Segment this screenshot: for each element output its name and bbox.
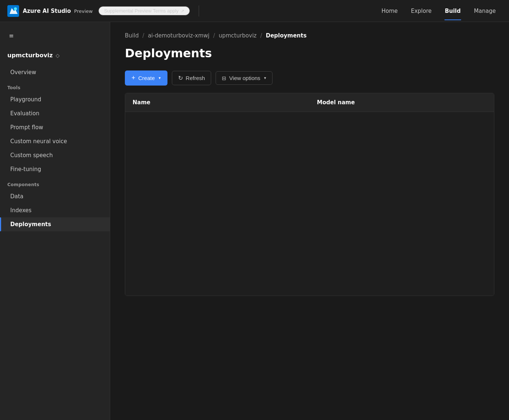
nav-item-build[interactable]: Build xyxy=(439,6,466,17)
nav-item-home[interactable]: Home xyxy=(376,6,404,17)
sidebar-item-overview[interactable]: Overview xyxy=(0,65,110,79)
workspace-chevron-icon: ◇ xyxy=(56,52,60,58)
nav-links: Home Explore Build Manage xyxy=(376,6,502,17)
components-section-label: Components xyxy=(0,176,110,189)
sidebar-header: ≡ xyxy=(0,28,110,44)
sidebar-item-evaluation[interactable]: Evaluation xyxy=(0,106,110,120)
create-label: Create xyxy=(138,75,155,81)
column-header-name: Name xyxy=(125,93,310,112)
main-layout: ≡ upmcturboviz ◇ Overview Tools Playgrou… xyxy=(0,22,509,420)
refresh-icon: ↻ xyxy=(178,75,183,82)
sidebar-item-fine-tuning[interactable]: Fine-tuning xyxy=(0,162,110,176)
sidebar: ≡ upmcturboviz ◇ Overview Tools Playgrou… xyxy=(0,22,110,420)
sidebar-item-playground[interactable]: Playground xyxy=(0,93,110,106)
sidebar-item-custom-speech[interactable]: Custom speech xyxy=(0,148,110,162)
breadcrumb-sep-1: / xyxy=(142,32,144,39)
content-area: Build / ai-demoturboviz-xmwj / upmcturbo… xyxy=(110,22,509,420)
sidebar-item-data[interactable]: Data xyxy=(0,189,110,203)
plus-icon: + xyxy=(131,74,136,82)
column-header-model-name: Model name xyxy=(310,93,494,112)
breadcrumb-hub[interactable]: ai-demoturboviz-xmwj xyxy=(148,32,210,39)
svg-point-1 xyxy=(14,7,17,10)
tools-section-label: Tools xyxy=(0,79,110,93)
overview-label: Overview xyxy=(10,69,36,76)
sidebar-item-custom-neural-voice[interactable]: Custom neural voice xyxy=(0,134,110,148)
sidebar-item-deployments[interactable]: Deployments xyxy=(0,217,110,231)
page-content: Deployments + Create ▾ ↻ Refresh ⊟ View … xyxy=(110,46,509,311)
breadcrumb-sep-2: / xyxy=(213,32,215,39)
azure-ai-studio-logo-icon xyxy=(7,5,19,17)
view-options-dropdown-arrow-icon: ▾ xyxy=(264,76,266,80)
logo-area: Azure AI Studio Preview xyxy=(7,5,93,17)
view-options-label: View options xyxy=(229,75,260,81)
create-dropdown-arrow-icon: ▾ xyxy=(159,76,161,80)
breadcrumb-sep-3: / xyxy=(260,32,262,39)
breadcrumb: Build / ai-demoturboviz-xmwj / upmcturbo… xyxy=(110,22,509,46)
page-title: Deployments xyxy=(125,46,494,60)
terms-label: Supplemental Preview Terms apply xyxy=(104,8,178,14)
refresh-button[interactable]: ↻ Refresh xyxy=(172,71,212,85)
workspace-name: upmcturboviz xyxy=(7,52,53,59)
refresh-label: Refresh xyxy=(186,75,205,81)
nav-item-explore[interactable]: Explore xyxy=(405,6,437,17)
filter-icon: ⊟ xyxy=(222,75,226,81)
table-body xyxy=(125,112,494,296)
breadcrumb-project[interactable]: upmcturboviz xyxy=(219,32,257,39)
sidebar-item-prompt-flow[interactable]: Prompt flow xyxy=(0,120,110,134)
app-title: Azure AI Studio Preview xyxy=(23,8,93,14)
nav-item-manage[interactable]: Manage xyxy=(468,6,502,17)
workspace-selector[interactable]: upmcturboviz ◇ xyxy=(0,48,110,62)
external-link-icon: ↗ xyxy=(181,8,184,14)
sidebar-item-indexes[interactable]: Indexes xyxy=(0,203,110,217)
table-header: Name Model name xyxy=(125,93,494,112)
breadcrumb-build[interactable]: Build xyxy=(125,32,139,39)
create-button[interactable]: + Create ▾ xyxy=(125,70,167,86)
top-navigation: Azure AI Studio Preview Supplemental Pre… xyxy=(0,0,509,22)
terms-badge-button[interactable]: Supplemental Preview Terms apply ↗ xyxy=(98,6,190,15)
toolbar: + Create ▾ ↻ Refresh ⊟ View options ▾ xyxy=(125,70,494,86)
deployments-table: Name Model name xyxy=(125,93,494,296)
breadcrumb-deployments: Deployments xyxy=(266,32,307,39)
nav-divider xyxy=(199,6,199,17)
view-options-button[interactable]: ⊟ View options ▾ xyxy=(216,71,272,85)
hamburger-icon[interactable]: ≡ xyxy=(7,31,15,41)
